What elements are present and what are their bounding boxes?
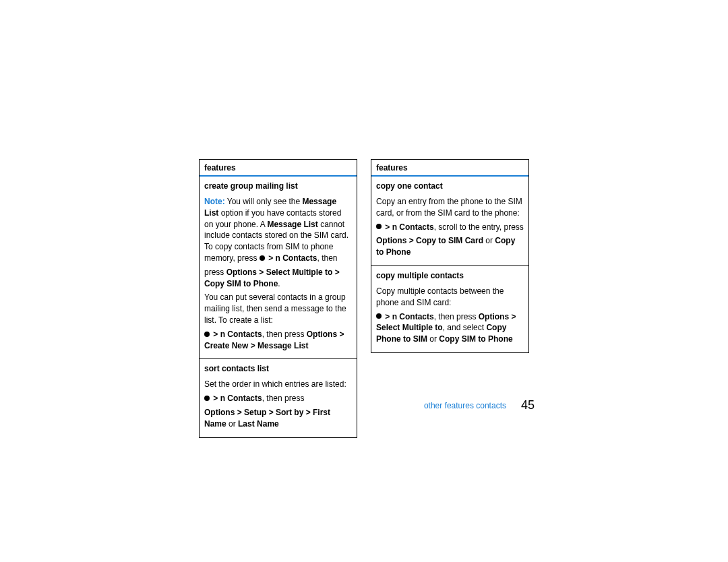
section-copy-multiple: copy multiple contacts Copy multiple con… bbox=[371, 266, 528, 352]
nav-path: > n Contacts bbox=[383, 222, 434, 232]
section-copy-one: copy one contact Copy an entry from the … bbox=[371, 177, 528, 266]
footer-section-name: other features contacts bbox=[424, 401, 506, 410]
nav-icon bbox=[260, 255, 265, 261]
left-header: features bbox=[200, 160, 357, 177]
paragraph: You can put several contacts in a group … bbox=[204, 292, 352, 325]
instruction-line: Options > Setup > Sort by > First Name o… bbox=[204, 407, 352, 430]
instruction-line: > n Contacts, then press Options > Selec… bbox=[376, 311, 524, 345]
bold-text: Last Name bbox=[238, 419, 279, 429]
instruction-line: Options > Copy to SIM Card or Copy to Ph… bbox=[376, 235, 524, 258]
paragraph: Copy an entry from the phone to the SIM … bbox=[376, 196, 524, 219]
section-title: create group mailing list bbox=[200, 177, 357, 193]
instruction-line: press Options > Select Multiple to > Cop… bbox=[204, 267, 352, 290]
text: , then bbox=[317, 253, 337, 263]
text: or bbox=[483, 236, 495, 245]
page-content: features create group mailing list Note:… bbox=[199, 159, 535, 438]
text: , scroll to the entry, press bbox=[434, 222, 524, 232]
page-footer: other features contacts 45 bbox=[424, 398, 535, 412]
two-column-layout: features create group mailing list Note:… bbox=[199, 159, 535, 438]
text: or bbox=[427, 334, 439, 344]
nav-icon bbox=[376, 313, 382, 319]
section-body: Copy an entry from the phone to the SIM … bbox=[371, 196, 528, 266]
section-body: Note: You will only see the Message List… bbox=[200, 196, 357, 358]
section-body: Set the order in which entries are liste… bbox=[200, 379, 357, 437]
paragraph: Copy multiple contacts between the phone… bbox=[376, 286, 524, 309]
text: , then press bbox=[262, 394, 305, 403]
text: , and select bbox=[443, 323, 487, 332]
nav-icon bbox=[204, 396, 210, 401]
section-sort-contacts: sort contacts list Set the order in whic… bbox=[200, 359, 357, 437]
text: press bbox=[204, 268, 226, 277]
page-number: 45 bbox=[521, 398, 535, 412]
section-title: copy one contact bbox=[371, 177, 528, 193]
paragraph: Set the order in which entries are liste… bbox=[204, 379, 352, 390]
nav-icon bbox=[204, 332, 210, 337]
instruction-line: > n Contacts, then press bbox=[204, 393, 352, 404]
nav-path: > n Contacts bbox=[211, 394, 262, 403]
left-column: features create group mailing list Note:… bbox=[199, 159, 357, 438]
section-title: sort contacts list bbox=[200, 359, 357, 376]
instruction-line: > n Contacts, scroll to the entry, press bbox=[376, 222, 524, 233]
section-title: copy multiple contacts bbox=[371, 266, 528, 283]
bold-text: Message List bbox=[267, 220, 317, 229]
text: or bbox=[226, 419, 238, 429]
note-paragraph: Note: You will only see the Message List… bbox=[204, 196, 352, 264]
section-body: Copy multiple contacts between the phone… bbox=[371, 286, 528, 352]
right-column: features copy one contact Copy an entry … bbox=[371, 159, 529, 353]
nav-icon bbox=[376, 224, 382, 229]
nav-path: > n Contacts bbox=[211, 330, 262, 339]
right-header: features bbox=[371, 160, 528, 177]
text: , then press bbox=[434, 312, 479, 321]
text: , then press bbox=[262, 330, 307, 339]
instruction-line: > n Contacts, then press Options > Creat… bbox=[204, 329, 352, 352]
bold-text: Copy SIM to Phone bbox=[439, 334, 512, 344]
note-label: Note: bbox=[204, 197, 225, 206]
bold-text: Options > Copy to SIM Card bbox=[376, 236, 483, 245]
nav-path: > n Contacts bbox=[383, 312, 434, 321]
text: You will only see the bbox=[225, 197, 303, 206]
text: . bbox=[278, 279, 280, 288]
section-create-group: create group mailing list Note: You will… bbox=[200, 177, 357, 359]
nav-path: > n Contacts bbox=[266, 253, 317, 263]
